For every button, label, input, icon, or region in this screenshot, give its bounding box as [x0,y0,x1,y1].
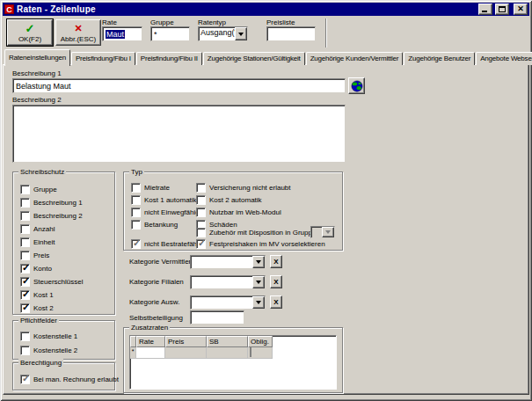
checkbox-ss-gruppe[interactable]: Gruppe [20,184,57,195]
translate-button[interactable] [348,77,365,94]
checkbox-icon[interactable] [20,277,30,287]
checkbox-nutzbar-web-modul[interactable]: Nutzbar im Web-Modul [196,207,281,218]
table-row[interactable]: * [130,347,336,359]
selbstbeteiligung-label: Selbstbeteiligung [129,314,183,322]
checkbox-kost1-automatik[interactable]: Kost 1 automatik [131,194,197,206]
kategorie-ausw-clear-button[interactable]: X [270,295,282,309]
checkbox-icon[interactable] [20,290,30,300]
checkbox-icon[interactable] [131,239,141,249]
cell-rate[interactable] [136,347,165,359]
checkbox-versicherung-nicht-erlaubt[interactable]: Versicherung nicht erlaubt [196,182,291,193]
kategorie-filialen-clear-button[interactable]: X [270,275,282,288]
checkbox-ss-einheit[interactable]: Einheit [20,237,55,248]
checkbox-nicht-bestratefaehig[interactable]: nicht Bestratefähig [131,238,202,250]
checkbox-kost2-automatik[interactable]: Kost 2 automatik [196,194,262,206]
kategorie-ausw-dropdown-button[interactable] [252,296,265,309]
minimize-button[interactable] [478,4,492,15]
checkbox-kostenstelle1[interactable]: Kostenstelle 1 [20,331,77,342]
checkbox-ss-kost1[interactable]: Kost 1 [20,289,54,301]
checkbox-icon[interactable] [20,198,30,208]
checkbox-kostenstelle2[interactable]: Kostenstelle 2 [20,345,77,356]
checkbox-icon[interactable] [196,195,206,205]
zubehoer-dropdown-button[interactable] [322,227,334,237]
checkbox-label: Anzahl [33,225,55,233]
kategorie-vermittler-dropdown-button[interactable] [252,256,265,268]
checkbox-mietrate[interactable]: Mietrate [131,182,170,193]
checkbox-icon[interactable] [196,239,206,249]
tab-rateneinstellungen[interactable]: Rateneinstellungen [4,49,70,66]
checkbox-icon[interactable] [131,183,141,193]
gruppe-label: Gruppe [150,18,174,26]
beschreibung2-textarea[interactable] [12,105,346,163]
tab-zugehoerige-kunden[interactable]: Zugehörige Kunden/Vermittler [306,52,404,65]
checkbox-icon[interactable] [196,183,206,193]
checkbox-zubehoer-disposition[interactable]: Zubehör mit Disposition in Gruppe [196,227,316,238]
checkbox-icon[interactable] [131,208,141,217]
checkbox-ss-kost2[interactable]: Kost 2 [20,303,54,314]
cell-sb[interactable] [207,347,248,359]
tab-zugehoerige-benutzer[interactable]: Zugehörige Benutzer [404,52,475,65]
checkbox-ss-steuerschluessel[interactable]: Steuerschlüssel [20,276,83,288]
cell-oblig[interactable] [248,347,273,359]
kategorie-ausw-select[interactable] [190,295,266,310]
grid-header-rate[interactable]: Rate [136,336,165,347]
checkbox-festpreishaken[interactable]: Festpreishaken im MV vorselektieren [196,238,325,250]
checkbox-icon[interactable] [196,208,206,217]
checkbox-betankung[interactable]: Betankung [131,219,178,230]
checkbox-icon[interactable] [20,224,30,234]
checkbox-icon[interactable] [20,211,30,221]
cancel-button[interactable]: ✕ Abbr.(ESC) [55,19,101,46]
oblig-checkbox[interactable] [250,347,251,357]
chevron-down-icon [256,281,261,284]
checkbox-nicht-einwegfaehig[interactable]: nicht Einwegfähig [131,207,200,218]
zusatzraten-grid[interactable]: Rate Preis SB Oblig. * [129,335,337,390]
maximize-button[interactable] [495,4,509,15]
checkbox-ss-anzahl[interactable]: Anzahl [20,223,55,235]
grid-header-oblig[interactable]: Oblig. [248,336,273,347]
beschreibung1-label: Beschreibung 1 [12,69,62,77]
zubehoer-gruppe-select[interactable] [310,226,335,238]
checkbox-icon[interactable] [131,195,141,205]
checkbox-icon[interactable] [20,375,30,384]
tab-preisfindung-fibu-2[interactable]: Preisfindung/Fibu II [136,52,202,65]
checkbox-ss-beschreibung2[interactable]: Beschreibung 2 [20,210,83,222]
gruppe-input[interactable] [150,26,190,41]
checkbox-icon[interactable] [20,332,30,341]
close-button[interactable]: ✕ [514,4,528,15]
kategorie-vermittler-clear-button[interactable]: X [270,255,282,268]
tab-angebote-webseite[interactable]: Angebote Webseite [476,52,532,65]
grid-header-selector [130,336,136,347]
checkbox-icon[interactable] [20,303,30,313]
checkbox-ss-konto[interactable]: Konto [20,263,52,274]
checkbox-icon[interactable] [20,264,30,273]
selbstbeteiligung-input[interactable] [190,310,244,324]
kategorie-vermittler-select[interactable] [190,255,266,269]
checkbox-ss-preis[interactable]: Preis [20,250,49,261]
grid-header-preis[interactable]: Preis [165,336,207,347]
tab-zugehoerige-stationen[interactable]: Zugehörige Stationen/Gültigkeit [203,52,305,65]
ok-button[interactable]: ✓ OK(F2) [7,19,53,46]
grid-header-sb[interactable]: SB [207,336,248,347]
cell-preis[interactable] [165,347,207,359]
checkbox-icon[interactable] [131,220,141,230]
kategorie-filialen-dropdown-button[interactable] [252,276,265,288]
checkbox-icon[interactable] [20,237,30,247]
rate-input[interactable]: Maut [102,26,142,41]
ratentyp-dropdown-button[interactable] [235,27,247,40]
checkbox-icon[interactable] [196,228,206,237]
tab-preisfindung-fibu-1[interactable]: Preisfindung/Fibu I [71,52,135,65]
checkbox-man-rechnung[interactable]: Bei man. Rechnung erlaubt [20,374,119,385]
title-bar[interactable]: C Raten - Zeilenlupe ✕ [3,3,529,16]
checkbox-icon[interactable] [20,185,30,194]
toolbar: ✓ OK(F2) ✕ Abbr.(ESC) Rate Maut Gruppe R… [3,16,529,49]
checkbox-icon[interactable] [20,346,30,355]
beschreibung1-input[interactable] [12,78,346,93]
checkbox-ss-beschreibung1[interactable]: Beschreibung 1 [20,197,83,208]
checkbox-icon[interactable] [20,251,30,260]
group-typ: Typ Mietrate Kost 1 automatik nicht Einw… [123,171,343,251]
checkbox-label: Kost 1 automatik [144,196,197,204]
group-pflichtfelder: Pflichtfelder Kostenstelle 1 Kostenstell… [12,320,115,360]
ratentyp-select[interactable]: Ausgang(Ver [198,26,248,41]
kategorie-filialen-select[interactable] [190,275,266,289]
preisliste-input[interactable] [266,26,316,41]
